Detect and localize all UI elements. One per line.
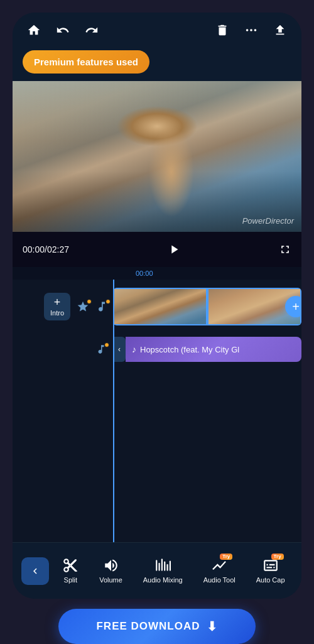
fullscreen-button[interactable] xyxy=(279,243,291,256)
audio-track-row: ‹ ♪ Hopscotch (feat. My City Gl xyxy=(13,334,301,365)
download-button[interactable]: FREE DOWNLOAD ⬇ xyxy=(58,609,255,644)
intro-label: Intro xyxy=(50,309,64,317)
time-display: 00:00/02:27 xyxy=(23,244,69,254)
delete-button[interactable] xyxy=(214,21,231,39)
video-thumbnail xyxy=(13,81,301,232)
split-tool[interactable]: Split xyxy=(55,552,86,589)
svg-rect-7 xyxy=(167,564,168,571)
video-track-row: + Intro xyxy=(13,285,301,329)
playback-bar: 00:00/02:27 xyxy=(13,232,301,267)
svg-point-2 xyxy=(254,29,257,31)
playhead xyxy=(113,280,114,542)
effects-dot xyxy=(87,299,92,304)
home-button[interactable] xyxy=(25,21,43,39)
try-badge: Try xyxy=(220,554,232,560)
timeline-tracks: + Intro xyxy=(13,280,301,542)
split-label: Split xyxy=(64,576,77,584)
effects-icon[interactable] xyxy=(77,300,89,313)
more-button[interactable] xyxy=(242,21,260,39)
svg-rect-6 xyxy=(164,561,165,570)
undo-button[interactable] xyxy=(54,21,72,39)
audio-note-icon: ♪ xyxy=(132,344,136,354)
svg-point-0 xyxy=(246,29,249,31)
music-track-icon[interactable] xyxy=(95,300,108,313)
auto-cap-label: Auto Cap xyxy=(256,576,285,584)
download-label: FREE DOWNLOAD xyxy=(96,620,200,633)
ruler-time-marker: 00:00 xyxy=(136,270,153,277)
premium-banner: Premium features used xyxy=(13,45,301,81)
audio-dot xyxy=(104,342,109,347)
audio-tool-label: Audio Tool xyxy=(203,576,236,584)
download-icon: ⬇ xyxy=(207,619,218,634)
audio-mixing-label: Audio Mixing xyxy=(143,576,183,584)
top-bar xyxy=(13,13,301,45)
audio-track-controls xyxy=(13,344,113,355)
volume-tool[interactable]: Volume xyxy=(92,552,130,589)
music-dot xyxy=(106,299,111,304)
auto-cap-icon: Try xyxy=(263,557,279,574)
volume-label: Volume xyxy=(99,576,122,584)
svg-rect-8 xyxy=(170,560,171,570)
audio-mixing-tool[interactable]: Audio Mixing xyxy=(136,552,190,589)
watermark: PowerDirector xyxy=(242,216,294,226)
svg-rect-5 xyxy=(161,559,163,571)
track-expand-button[interactable]: ‹ xyxy=(113,337,126,362)
video-preview: PowerDirector xyxy=(13,81,301,232)
top-bar-right xyxy=(214,21,289,39)
download-section: FREE DOWNLOAD ⬇ xyxy=(58,609,255,644)
svg-rect-3 xyxy=(156,560,157,570)
volume-icon xyxy=(103,557,119,574)
audio-clip[interactable]: ♪ Hopscotch (feat. My City Gl xyxy=(126,337,301,362)
play-button[interactable] xyxy=(161,237,187,262)
svg-point-1 xyxy=(250,29,252,31)
audio-tool[interactable]: Try Audio Tool xyxy=(196,552,243,589)
redo-button[interactable] xyxy=(83,21,100,39)
premium-badge[interactable]: Premium features used xyxy=(23,50,149,74)
export-button[interactable] xyxy=(271,21,289,39)
video-track-controls: + Intro xyxy=(13,293,113,320)
video-track-content: + xyxy=(113,285,301,329)
audio-tool-icon: Try xyxy=(211,557,227,574)
add-intro-button[interactable]: + Intro xyxy=(44,293,70,320)
bottom-toolbar: Split Volume Au xyxy=(13,542,301,599)
back-button[interactable] xyxy=(21,557,49,585)
timeline-area: 00:00 + Intro xyxy=(13,267,301,542)
top-bar-left xyxy=(25,21,100,39)
audio-track-icon[interactable] xyxy=(95,344,107,355)
add-clip-button[interactable]: + xyxy=(285,296,301,317)
video-clip-thumbnail xyxy=(113,288,207,325)
audio-clip-title: Hopscotch (feat. My City Gl xyxy=(140,345,239,354)
svg-rect-4 xyxy=(159,563,160,571)
audio-mixing-icon xyxy=(154,557,171,574)
auto-cap-tool[interactable]: Try Auto Cap xyxy=(249,552,293,589)
timeline-ruler: 00:00 xyxy=(13,267,301,280)
split-icon xyxy=(62,557,78,574)
auto-cap-try-badge: Try xyxy=(271,554,284,560)
plus-icon: + xyxy=(54,297,61,308)
video-clip[interactable] xyxy=(113,288,301,325)
